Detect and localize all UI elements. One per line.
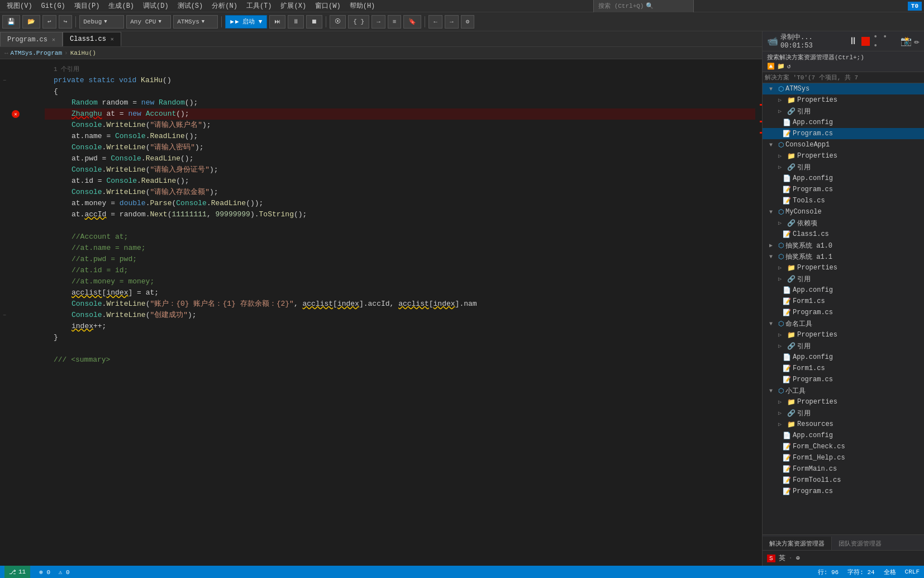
- tree-l11-form1[interactable]: 📝 Form1.cs: [763, 296, 924, 307]
- menu-tools[interactable]: 工具(T): [242, 0, 277, 12]
- tree-ca1-programcs[interactable]: 📝 Program.cs: [763, 184, 924, 195]
- tree-atmsys-appconfig[interactable]: 📄 App.config: [763, 117, 924, 128]
- start-btn[interactable]: ▶ ▶ 启动 ▼: [225, 15, 267, 29]
- se-icon3[interactable]: ↺: [787, 63, 791, 70]
- status-mode[interactable]: 全格: [884, 568, 896, 576]
- tree-atmsys-ref[interactable]: ▷ 🔗 引用: [763, 106, 924, 117]
- project-dropdown[interactable]: ATMSys ▼: [173, 15, 218, 29]
- ime-brand-icon[interactable]: S: [767, 555, 775, 562]
- tree-label-st-appconfig: App.config: [793, 432, 833, 439]
- tree-l11-program[interactable]: 📝 Program.cs: [763, 307, 924, 318]
- tree-st-program[interactable]: 📝 Program.cs: [763, 486, 924, 497]
- tab-class1-cs[interactable]: Class1.cs ✕: [63, 32, 121, 46]
- tree-st-form1help[interactable]: 📝 Form1_Help.cs: [763, 452, 924, 463]
- ime-extra[interactable]: ⊕: [796, 554, 800, 562]
- tree-st-ref[interactable]: ▷ 🔗 引用: [763, 408, 924, 419]
- camera-snap-btn[interactable]: 📸: [901, 36, 912, 47]
- tree-smalltool[interactable]: ▼ ⬡ 小工具: [763, 385, 924, 396]
- collapse-btn-method[interactable]: −: [3, 78, 6, 84]
- stop-btn[interactable]: ⏹: [306, 15, 322, 29]
- tree-mc-deps[interactable]: ▷ 🔗 依赖项: [763, 217, 924, 229]
- debug-dropdown[interactable]: Debug ▼: [79, 15, 124, 29]
- breadcrumb-class[interactable]: ATMSys.Program: [11, 50, 62, 56]
- tree-nt-props[interactable]: ▷ 📁 Properties: [763, 329, 924, 340]
- nav-fwd[interactable]: →: [445, 15, 459, 29]
- status-errors[interactable]: ⊗ 0 ⚠ 0: [39, 568, 69, 576]
- more-recording-btn[interactable]: • • •: [873, 32, 895, 50]
- redo-btn[interactable]: ↪: [59, 15, 73, 29]
- tab-close-class1[interactable]: ✕: [111, 36, 114, 42]
- code-btn[interactable]: { }: [348, 15, 369, 29]
- bookmark-btn[interactable]: 🔖: [403, 15, 421, 29]
- menu-analyze[interactable]: 分析(N): [207, 0, 242, 12]
- ime-lang[interactable]: 英: [779, 553, 785, 563]
- menu-view[interactable]: 视图(V): [2, 0, 37, 12]
- tree-st-appconfig[interactable]: 📄 App.config: [763, 430, 924, 441]
- edit-recording-btn[interactable]: ✏: [914, 36, 920, 47]
- tree-atmsys[interactable]: ▼ ⬡ ATMSys: [763, 83, 924, 94]
- cpu-dropdown[interactable]: Any CPU ▼: [126, 15, 171, 29]
- tree-myconsole[interactable]: ▼ ⬡ MyConsole: [763, 206, 924, 217]
- tree-l11-properties[interactable]: ▷ 📁 Properties: [763, 262, 924, 273]
- tree-label-lottery11: 抽奖系统 a1.1: [785, 252, 832, 262]
- tree-lottery11[interactable]: ▼ ⬡ 抽奖系统 a1.1: [763, 251, 924, 262]
- menu-window[interactable]: 窗口(W): [311, 0, 345, 12]
- tab-solution-explorer[interactable]: 解决方案资源管理器: [763, 537, 832, 550]
- tree-ca1-appconfig[interactable]: 📄 App.config: [763, 173, 924, 184]
- tab-team-explorer[interactable]: 团队资源管理器: [832, 537, 888, 550]
- tree-consoleapp1[interactable]: ▼ ⬡ ConsoleApp1: [763, 139, 924, 150]
- tree-st-props[interactable]: ▷ 📁 Properties: [763, 396, 924, 408]
- search-box[interactable]: 搜索 (Ctrl+Q) 🔍: [593, 0, 694, 13]
- tree-atmsys-programcs[interactable]: 📝 Program.cs: [763, 128, 924, 139]
- open-btn[interactable]: 📂: [22, 15, 40, 29]
- pause-btn[interactable]: ⏸: [288, 15, 304, 29]
- tree-ca1-toolscs[interactable]: 📝 Tools.cs: [763, 195, 924, 206]
- tree-label-appconfig: App.config: [793, 119, 833, 126]
- save-btn[interactable]: 💾: [2, 15, 20, 29]
- tree-nametool[interactable]: ▼ ⬡ 命名工具: [763, 318, 924, 329]
- tree-nt-ref[interactable]: ▷ 🔗 引用: [763, 340, 924, 352]
- tab-program-cs[interactable]: Program.cs ✕: [0, 32, 63, 46]
- tree-l11-appconfig[interactable]: 📄 App.config: [763, 285, 924, 296]
- format-btn[interactable]: ≡: [388, 15, 402, 29]
- tree-st-formmain[interactable]: 📝 FormMain.cs: [763, 463, 924, 475]
- stop-recording-btn[interactable]: [861, 37, 870, 46]
- minimap[interactable]: [755, 59, 762, 566]
- tree-st-formtool1[interactable]: 📝 FormTool1.cs: [763, 475, 924, 486]
- tree-st-formcheck[interactable]: 📝 Form_Check.cs: [763, 441, 924, 452]
- ref-btn[interactable]: →: [371, 15, 385, 29]
- status-encoding[interactable]: CRLF: [905, 568, 920, 575]
- breadcrumb-method[interactable]: KaiHu(): [70, 50, 96, 56]
- nav-back[interactable]: ←: [428, 15, 442, 29]
- menu-project[interactable]: 项目(P): [70, 0, 104, 12]
- tree-st-resources[interactable]: ▷ 📁 Resources: [763, 419, 924, 430]
- se-icon2[interactable]: 📁: [777, 63, 785, 70]
- tree-label-programcs: Program.cs: [793, 130, 833, 138]
- tab-close-program[interactable]: ✕: [52, 36, 55, 43]
- menu-extensions[interactable]: 扩展(X): [276, 0, 311, 12]
- collapse-btn-bottom[interactable]: −: [3, 312, 6, 319]
- settings-btn[interactable]: ⚙: [461, 15, 475, 29]
- tree-l11-ref[interactable]: ▷ 🔗 引用: [763, 273, 924, 285]
- se-icon1[interactable]: 🔼: [767, 63, 775, 70]
- menu-debug[interactable]: 调试(D): [139, 0, 173, 12]
- tree-nt-form1[interactable]: 📝 Form1.cs: [763, 363, 924, 374]
- menu-test[interactable]: 测试(S): [173, 0, 208, 12]
- tree-nt-appconfig[interactable]: 📄 App.config: [763, 352, 924, 363]
- tree-lottery10[interactable]: ▶ ⬡ 抽奖系统 a1.0: [763, 240, 924, 251]
- tree-label-st-ref: 引用: [797, 409, 811, 418]
- menu-build[interactable]: 生成(B): [104, 0, 139, 12]
- tree-ca1-properties[interactable]: ▷ 📁 Properties: [763, 150, 924, 162]
- pause-recording-btn[interactable]: ⏸: [848, 35, 858, 47]
- tree-nt-program[interactable]: 📝 Program.cs: [763, 374, 924, 385]
- tree-ca1-ref[interactable]: ▷ 🔗 引用: [763, 162, 924, 173]
- bp-btn[interactable]: ⦿: [330, 15, 346, 29]
- branch-indicator[interactable]: ⎇ 11: [4, 566, 30, 578]
- code-editor[interactable]: 1 个引用 private static void KaiHu() { Rand…: [45, 59, 755, 566]
- undo-btn[interactable]: ↩: [42, 15, 56, 29]
- menu-git[interactable]: Git(G): [37, 0, 70, 12]
- tree-atmsys-properties[interactable]: ▷ 📁 Properties: [763, 94, 924, 106]
- step-btn[interactable]: ⏭: [269, 15, 285, 29]
- menu-help[interactable]: 帮助(H): [345, 0, 380, 12]
- tree-mc-class1[interactable]: 📝 Class1.cs: [763, 229, 924, 240]
